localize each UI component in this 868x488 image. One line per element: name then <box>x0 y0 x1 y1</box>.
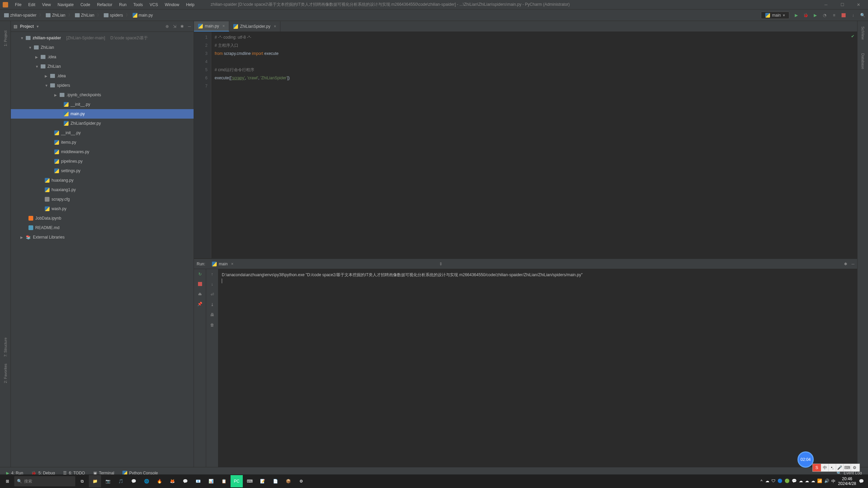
tree-file-wash[interactable]: wash.py <box>11 204 194 214</box>
taskbar-app[interactable]: ⚙ <box>295 475 307 487</box>
editor-tab-main[interactable]: main.py× <box>194 21 229 32</box>
tray-icon[interactable]: ☁ <box>805 479 809 484</box>
inspection-ok-icon[interactable]: ✔ <box>851 34 854 39</box>
taskbar-app[interactable]: 📊 <box>205 475 217 487</box>
ime-mode[interactable]: 中 <box>821 464 828 471</box>
tree-folder-idea[interactable]: ▶.idea <box>11 52 194 62</box>
breadcrumb-item[interactable]: zhilian-spaider <box>3 12 38 18</box>
tree-file-main[interactable]: main.py <box>11 109 194 119</box>
tree-folder-zhilian[interactable]: ▼ZhiLian <box>11 43 194 52</box>
left-strip-structure[interactable]: 7: Structure <box>3 338 7 357</box>
run-output[interactable]: D:\anaconda\anzhuang\envs\py38\python.ex… <box>218 269 857 467</box>
ime-keyboard-icon[interactable]: ⌨ <box>843 464 851 471</box>
breadcrumb-item[interactable]: main.py <box>131 12 154 18</box>
editor-body[interactable]: 1234567 # -*- coding: utf-8 -*- # 主程序入口 … <box>194 32 857 258</box>
exit-icon[interactable]: ⏏ <box>198 291 202 296</box>
taskbar-clock[interactable]: 20:46 2024/4/28 <box>838 476 856 486</box>
taskbar-app[interactable]: 📝 <box>256 475 269 487</box>
update-button[interactable]: ↓ <box>850 13 856 18</box>
stop-button[interactable] <box>841 13 846 18</box>
code-area[interactable]: # -*- coding: utf-8 -*- # 主程序入口 from scr… <box>211 32 857 258</box>
tree-file-pipelines[interactable]: pipelines.py <box>11 157 194 166</box>
rerun-icon[interactable]: ↻ <box>198 272 202 277</box>
tree-file-huaxiang[interactable]: huaxiang.py <box>11 176 194 185</box>
soft-wrap-icon[interactable]: ⏎ <box>211 292 214 297</box>
taskbar-app[interactable]: 💬 <box>179 475 191 487</box>
notifications-icon[interactable]: 💬 <box>859 479 864 484</box>
tray-icon[interactable]: ☁ <box>811 479 815 484</box>
chevron-down-icon[interactable]: ▾ <box>37 24 39 29</box>
tree-file-readme[interactable]: README.md <box>11 223 194 232</box>
tree-file-init[interactable]: __init__.py <box>11 100 194 109</box>
menu-tools[interactable]: Tools <box>131 2 145 8</box>
left-strip-favorites[interactable]: 2: Favorites <box>3 364 7 383</box>
taskbar-app[interactable]: 🎵 <box>115 475 127 487</box>
tree-file-huaxiang1[interactable]: huaxiang1.py <box>11 185 194 195</box>
editor-tab-spider[interactable]: ZhiLianSpider.py× <box>229 21 280 32</box>
menu-edit[interactable]: Edit <box>25 2 38 8</box>
tree-file-settings[interactable]: settings.py <box>11 166 194 176</box>
ime-voice-icon[interactable]: 🎤 <box>836 464 843 471</box>
tree-external-libs[interactable]: ▶📚External Libraries <box>11 232 194 242</box>
taskbar-app[interactable]: 📷 <box>102 475 114 487</box>
tray-volume-icon[interactable]: 🔊 <box>824 479 829 484</box>
right-strip-sciview[interactable]: SciView <box>861 26 865 40</box>
task-view-icon[interactable]: ⧉ <box>76 475 88 487</box>
pin-icon[interactable]: 📌 <box>197 302 202 306</box>
taskbar-app[interactable]: ⌨ <box>243 475 256 487</box>
tray-wifi-icon[interactable]: 📶 <box>817 479 822 484</box>
up-icon[interactable]: ↑ <box>211 272 213 277</box>
tree-file-middlewares[interactable]: middlewares.py <box>11 147 194 157</box>
taskbar-app[interactable]: 📧 <box>192 475 204 487</box>
tree-folder-ipynb[interactable]: ▶.ipynb_checkpoints <box>11 90 194 100</box>
tray-icon[interactable]: 💬 <box>792 479 797 484</box>
collapse-icon[interactable]: ⇲ <box>173 24 176 29</box>
taskbar-pycharm[interactable]: PC <box>231 475 243 487</box>
tray-icon[interactable]: ☁ <box>765 479 769 484</box>
attach-button[interactable]: ≡ <box>831 13 837 18</box>
tray-ime-icon[interactable]: 中 <box>831 479 835 484</box>
menu-help[interactable]: Help <box>183 2 197 8</box>
locate-icon[interactable]: ⊕ <box>165 24 169 29</box>
settings-icon[interactable]: ✱ <box>180 24 184 29</box>
down-icon[interactable]: ↓ <box>211 282 213 287</box>
tree-folder-spiders[interactable]: ▼spiders <box>11 81 194 90</box>
tray-icon[interactable]: 🛡 <box>771 479 775 484</box>
right-strip-database[interactable]: Database <box>861 53 865 69</box>
tree-root[interactable]: ▼zhilian-spaider [ZhiLian-Spider-main] D… <box>11 33 194 43</box>
taskbar-app[interactable]: 💬 <box>127 475 140 487</box>
taskbar-app[interactable]: 📁 <box>89 475 101 487</box>
search-everywhere-button[interactable]: 🔍 <box>860 13 865 18</box>
taskbar-app[interactable]: 🌐 <box>140 475 153 487</box>
menu-navigate[interactable]: Navigate <box>55 2 76 8</box>
breadcrumb-item[interactable]: ZhiLian <box>44 12 66 18</box>
print-icon[interactable]: 🖶 <box>210 312 214 317</box>
taskbar-app[interactable]: 🦊 <box>166 475 178 487</box>
tree-file-init2[interactable]: __init__.py <box>11 128 194 138</box>
tray-chevron-icon[interactable]: ^ <box>761 479 763 484</box>
menu-code[interactable]: Code <box>78 2 93 8</box>
menu-vcs[interactable]: VCS <box>147 2 161 8</box>
timer-badge[interactable]: 02:04 <box>797 451 814 468</box>
menu-refactor[interactable]: Refactor <box>94 2 115 8</box>
tree-file-scrapycfg[interactable]: scrapy.cfg <box>11 195 194 204</box>
tray-icon[interactable]: ☁ <box>799 479 803 484</box>
run-button[interactable]: ▶ <box>793 13 799 18</box>
left-strip-project[interactable]: 1: Project <box>3 30 7 46</box>
close-icon[interactable]: × <box>222 24 225 28</box>
menu-view[interactable]: View <box>39 2 54 8</box>
breadcrumb-item[interactable]: ZhiLian <box>74 12 96 18</box>
run-coverage-button[interactable]: ▶ <box>812 13 818 18</box>
scroll-end-icon[interactable]: ⤓ <box>211 302 214 307</box>
maximize-button[interactable]: ☐ <box>835 1 849 8</box>
tree-file-items[interactable]: items.py <box>11 138 194 147</box>
hide-icon[interactable]: ─ <box>188 24 191 29</box>
ime-toolbar[interactable]: S 中 •, 🎤 ⌨ ⚙ <box>812 464 860 472</box>
hide-icon[interactable]: ─ <box>851 262 854 266</box>
tray-icon[interactable]: 🔵 <box>777 479 783 484</box>
minimize-button[interactable]: ─ <box>819 1 833 8</box>
close-icon[interactable]: × <box>231 262 233 266</box>
resize-handle[interactable]: ⇕ <box>439 262 442 266</box>
taskbar-search[interactable]: 🔍搜索 <box>14 476 75 486</box>
close-icon[interactable]: × <box>274 24 276 29</box>
